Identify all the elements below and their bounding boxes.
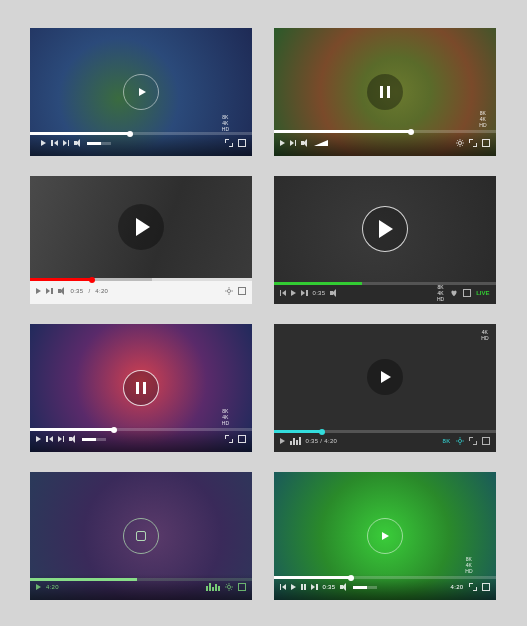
progress-track[interactable] <box>274 430 496 433</box>
video-area[interactable]: 8K 4K HD 0:35 4:20 <box>274 472 496 600</box>
quality-8k: 8K <box>436 285 445 290</box>
play-control[interactable] <box>280 140 285 146</box>
progress-thumb[interactable] <box>408 129 414 135</box>
prev-button[interactable] <box>46 436 53 442</box>
volume-icon[interactable] <box>74 139 82 147</box>
next-button[interactable] <box>311 584 318 590</box>
time-total: 4:20 <box>95 288 108 294</box>
play-icon <box>379 220 393 238</box>
volume-slider[interactable] <box>353 586 377 589</box>
video-area[interactable]: 4:20 <box>30 472 252 600</box>
settings-icon[interactable] <box>456 437 464 445</box>
quality-label[interactable]: 8K <box>443 438 451 444</box>
live-badge: LIVE <box>476 290 489 296</box>
volume-icon[interactable] <box>58 287 66 295</box>
controls-bar: 4:20 <box>30 574 252 600</box>
volume-icon[interactable] <box>340 583 348 591</box>
next-button[interactable] <box>290 140 297 146</box>
play-icon <box>382 532 389 540</box>
video-area[interactable]: 8K 4K HD <box>274 28 496 156</box>
settings-icon[interactable] <box>225 287 233 295</box>
video-area[interactable]: 8K 4K HD <box>30 324 252 452</box>
svg-point-3 <box>227 585 230 588</box>
volume-icon[interactable] <box>69 435 77 443</box>
progress-thumb[interactable] <box>111 427 117 433</box>
pause-control[interactable] <box>301 584 306 590</box>
play-control[interactable] <box>280 438 285 444</box>
video-area[interactable]: 8K 4K HD <box>30 28 252 156</box>
next-button[interactable] <box>63 140 70 146</box>
expand-icon[interactable] <box>225 435 233 443</box>
pause-button[interactable] <box>367 74 403 110</box>
prev-button[interactable] <box>280 584 287 590</box>
fullscreen-icon[interactable] <box>238 583 246 591</box>
progress-track[interactable] <box>30 278 252 281</box>
progress-thumb[interactable] <box>89 277 95 283</box>
play-button[interactable] <box>362 206 408 252</box>
progress-track[interactable] <box>30 428 252 431</box>
video-player-7: 4:20 <box>30 472 252 600</box>
video-player-2: 8K 4K HD <box>274 28 496 156</box>
video-area[interactable] <box>274 176 496 282</box>
fullscreen-icon[interactable] <box>463 289 471 297</box>
settings-icon[interactable] <box>456 139 464 147</box>
time-current: 0:35 <box>323 584 336 590</box>
play-button[interactable] <box>367 518 403 554</box>
prev-button[interactable] <box>51 140 58 146</box>
stop-icon <box>136 531 146 541</box>
settings-icon[interactable] <box>225 583 233 591</box>
quality-4k: 4K <box>436 291 445 296</box>
progress-fill <box>30 428 114 431</box>
stop-button[interactable] <box>123 518 159 554</box>
fullscreen-icon[interactable] <box>482 583 490 591</box>
progress-thumb[interactable] <box>319 429 325 435</box>
next-button[interactable] <box>46 288 53 294</box>
expand-icon[interactable] <box>225 139 233 147</box>
progress-track[interactable] <box>30 578 252 581</box>
progress-fill <box>274 282 363 285</box>
play-button[interactable] <box>123 74 159 110</box>
progress-fill <box>30 132 130 135</box>
pause-icon <box>380 86 390 98</box>
progress-thumb[interactable] <box>127 131 133 137</box>
video-player-4: 0:35 8K 4K HD LIVE <box>274 176 496 304</box>
play-control[interactable] <box>291 290 296 296</box>
quality-badges: 8K 4K HD <box>436 285 445 302</box>
next-button[interactable] <box>301 290 308 296</box>
next-button[interactable] <box>58 436 65 442</box>
video-area[interactable] <box>30 176 252 278</box>
play-control[interactable] <box>41 140 46 146</box>
play-control[interactable] <box>36 584 41 590</box>
fullscreen-icon[interactable] <box>482 139 490 147</box>
progress-track[interactable] <box>274 130 496 133</box>
fullscreen-icon[interactable] <box>238 287 246 295</box>
volume-slider[interactable] <box>82 438 106 441</box>
quality-hd: HD <box>436 297 445 302</box>
time-current: 0:35 <box>71 288 84 294</box>
expand-icon[interactable] <box>469 139 477 147</box>
fullscreen-icon[interactable] <box>482 437 490 445</box>
play-icon <box>381 371 391 383</box>
expand-icon[interactable] <box>469 437 477 445</box>
fullscreen-icon[interactable] <box>238 435 246 443</box>
volume-slider[interactable] <box>314 140 328 146</box>
progress-track[interactable] <box>274 282 496 285</box>
volume-icon[interactable] <box>301 139 309 147</box>
controls-bar: 0:35 4:20 <box>274 574 496 600</box>
progress-track[interactable] <box>30 132 252 135</box>
expand-icon[interactable] <box>469 583 477 591</box>
fullscreen-icon[interactable] <box>238 139 246 147</box>
play-control[interactable] <box>36 436 41 442</box>
volume-icon[interactable] <box>330 289 338 297</box>
progress-track[interactable] <box>274 576 496 579</box>
play-button[interactable] <box>367 359 403 395</box>
pause-button[interactable] <box>123 370 159 406</box>
like-icon[interactable] <box>450 289 458 297</box>
prev-button[interactable] <box>280 290 287 296</box>
progress-thumb[interactable] <box>348 575 354 581</box>
play-control[interactable] <box>291 584 296 590</box>
volume-slider[interactable] <box>87 142 111 145</box>
play-button[interactable] <box>118 204 164 250</box>
video-area[interactable]: 4K HD <box>274 324 496 430</box>
play-control[interactable] <box>36 288 41 294</box>
